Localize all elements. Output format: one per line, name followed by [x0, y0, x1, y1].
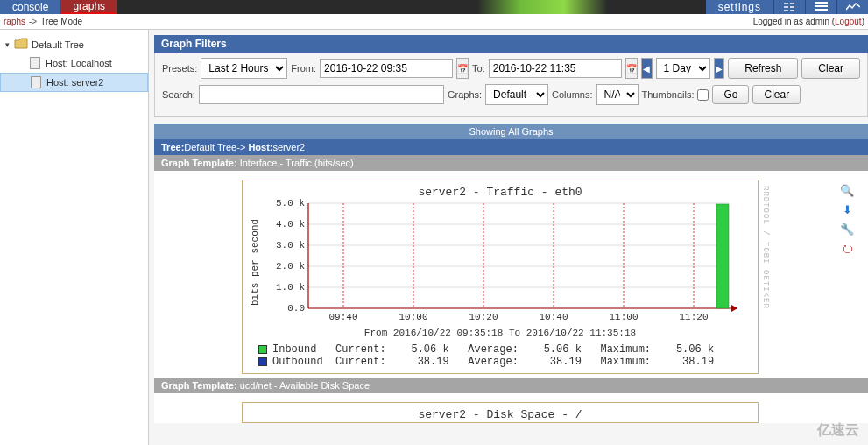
tree-name: Default Tree: [184, 142, 236, 152]
graph-row-2: RRD server2 - Disk Space - /: [154, 393, 868, 423]
graphs-label: Graphs:: [448, 89, 482, 100]
shift-right-icon[interactable]: ▶: [714, 58, 725, 79]
clear-button[interactable]: Clear: [801, 58, 860, 79]
graph-filters-title: Graph Filters: [154, 35, 868, 53]
svg-text:4.0 k: 4.0 k: [276, 219, 305, 230]
svg-text:2.0 k: 2.0 k: [276, 261, 305, 272]
zoom-icon[interactable]: 🔍: [840, 183, 854, 197]
tab-settings[interactable]: settings: [706, 0, 773, 14]
host-pre: Host:: [248, 142, 272, 152]
tpl2-name: ucd/net - Available Disk Space: [240, 380, 370, 391]
preview-icon[interactable]: [836, 0, 868, 14]
svg-marker-19: [731, 305, 737, 312]
to-calendar-icon[interactable]: 📅: [625, 58, 638, 79]
y-axis-label: bits per second: [250, 199, 260, 326]
graph-row-1: 🔍 ⬇ 🔧 ⭮ RRDTOOL / TOBI OETIKER server2 -…: [154, 171, 868, 378]
breadcrumb-mode: Tree Mode: [40, 17, 82, 26]
presets-select[interactable]: Last 2 Hours: [201, 58, 287, 79]
tree-toggle-icon[interactable]: [773, 0, 805, 14]
legend-swatch-outbound: [258, 357, 267, 366]
refresh-button[interactable]: Refresh: [728, 58, 798, 79]
tab-spacer: [117, 0, 706, 14]
tpl1-name: Interface - Traffic (bits/sec): [240, 158, 354, 168]
breadcrumb-graphs-link[interactable]: raphs: [4, 17, 25, 26]
svg-rect-32: [716, 204, 729, 308]
tab-graphs[interactable]: graphs: [60, 0, 117, 14]
columns-label: Columns:: [552, 89, 592, 100]
graph-caption: From 2016/10/22 09:35:18 To 2016/10/22 1…: [250, 328, 751, 338]
traffic-chart: 0.0 1.0 k 2.0 k 3.0 k 4.0 k 5.0 k 09:40 …: [260, 199, 751, 326]
graph-title: server2 - Traffic - eth0: [250, 186, 751, 199]
to-label: To:: [472, 63, 485, 74]
svg-point-2: [784, 6, 786, 8]
rrdtool-watermark: RRDTOOL / TOBI OETIKER: [761, 186, 770, 309]
graph-action-icons: 🔍 ⬇ 🔧 ⭮: [840, 183, 854, 255]
tree-arrow: ->: [236, 142, 248, 152]
svg-text:09:40: 09:40: [328, 312, 357, 322]
to-input[interactable]: [489, 59, 622, 78]
realtime-icon[interactable]: ⭮: [840, 241, 854, 255]
edit-graph-icon[interactable]: 🔧: [840, 222, 854, 236]
csv-export-icon[interactable]: ⬇: [840, 202, 854, 216]
host-icon: [31, 76, 41, 88]
tpl-pre: Graph Template:: [161, 158, 240, 168]
timespan-select[interactable]: 1 Day: [656, 58, 710, 79]
svg-text:0.0: 0.0: [287, 303, 305, 314]
sidebar-item-localhost[interactable]: Host: Localhost: [0, 53, 148, 73]
tab-console[interactable]: console: [0, 0, 60, 14]
search-input[interactable]: [199, 85, 444, 104]
logout-link[interactable]: Logout: [835, 17, 862, 26]
svg-text:11:20: 11:20: [679, 312, 708, 322]
shift-left-icon[interactable]: ◀: [641, 58, 653, 79]
top-tabs: console graphs settings: [0, 0, 868, 14]
sidebar-item-label: Host: Localhost: [46, 58, 112, 68]
legend-swatch-inbound: [258, 345, 267, 354]
tree-root[interactable]: ▾ Default Tree: [0, 35, 148, 53]
svg-text:5.0 k: 5.0 k: [276, 199, 305, 208]
tree-path-banner: Tree:Default Tree-> Host:server2: [154, 139, 868, 155]
tpl-pre-2: Graph Template:: [161, 380, 240, 391]
from-input[interactable]: [320, 59, 453, 78]
main: ▾ Default Tree Host: Localhost Host: ser…: [0, 30, 868, 445]
graph-legend: Inbound Current: 5.06 k Average: 5.06 k …: [250, 343, 751, 368]
svg-rect-4: [308, 203, 729, 308]
login-user: admin: [806, 17, 829, 26]
thumbnails-checkbox[interactable]: [697, 89, 709, 101]
showing-all-banner: Showing All Graphs: [154, 124, 868, 139]
content: Graph Filters Presets: Last 2 Hours From…: [149, 30, 868, 445]
folder-icon: [14, 38, 28, 51]
tree-root-label: Default Tree: [32, 39, 84, 50]
search-label: Search:: [162, 89, 195, 100]
go-button[interactable]: Go: [712, 85, 749, 104]
graph-frame-disk: RRD server2 - Disk Space - /: [242, 402, 759, 423]
graphs-select[interactable]: Default: [485, 84, 548, 105]
svg-text:3.0 k: 3.0 k: [276, 240, 305, 251]
svg-text:10:40: 10:40: [539, 312, 568, 322]
graph-frame-traffic: RRDTOOL / TOBI OETIKER server2 - Traffic…: [242, 180, 759, 374]
login-status: Logged in as admin (Logout): [82, 17, 864, 26]
svg-point-3: [784, 10, 786, 11]
tree-pre: Tree:: [161, 142, 184, 152]
graph2-title: server2 - Disk Space - /: [250, 408, 751, 421]
from-calendar-icon[interactable]: 📅: [456, 58, 469, 79]
svg-text:1.0 k: 1.0 k: [276, 282, 305, 293]
breadcrumb: raphs -> Tree Mode Logged in as admin (L…: [0, 14, 868, 30]
clear2-button[interactable]: Clear: [752, 85, 801, 104]
from-label: From:: [291, 63, 316, 74]
host-icon: [30, 57, 40, 69]
columns-select[interactable]: N/A: [596, 84, 639, 105]
sidebar-item-server2[interactable]: Host: server2: [0, 73, 148, 92]
breadcrumb-sep: ->: [29, 17, 37, 26]
list-view-icon[interactable]: [805, 0, 836, 14]
login-prefix: Logged in as: [753, 17, 806, 26]
thumbnails-label: Thumbnails:: [642, 89, 695, 100]
sidebar: ▾ Default Tree Host: Localhost Host: ser…: [0, 30, 149, 445]
sidebar-item-label: Host: server2: [46, 77, 103, 88]
host-name: server2: [272, 142, 305, 152]
caret-down-icon: ▾: [5, 40, 14, 49]
svg-text:10:20: 10:20: [469, 312, 498, 322]
presets-label: Presets:: [162, 63, 197, 74]
svg-text:10:00: 10:00: [399, 312, 427, 322]
graph-template-banner-1: Graph Template: Interface - Traffic (bit…: [154, 155, 868, 171]
graph-filters-panel: Presets: Last 2 Hours From: 📅 To: 📅 ◀ 1 …: [154, 53, 868, 117]
